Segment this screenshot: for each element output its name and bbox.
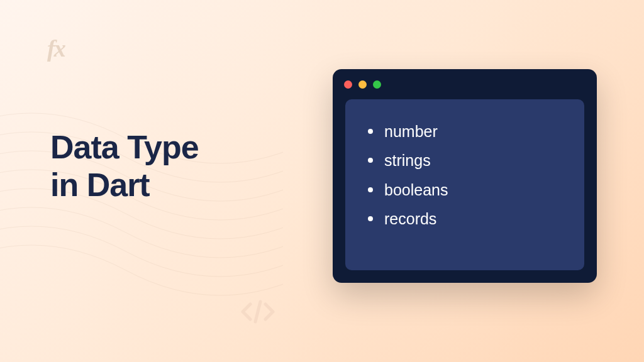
close-dot-icon <box>344 80 352 89</box>
page-title: Data Type in Dart <box>50 129 199 204</box>
maximize-dot-icon <box>373 80 381 89</box>
fx-logo: fx <box>47 35 65 62</box>
list-item: strings <box>368 146 562 175</box>
list-item: booleans <box>368 175 562 204</box>
title-line-1: Data Type <box>50 129 199 165</box>
window-titlebar <box>333 69 597 99</box>
code-slash-icon <box>239 299 277 324</box>
data-type-list: number strings booleans records <box>368 117 562 233</box>
list-item: number <box>368 117 562 146</box>
code-window: number strings booleans records <box>333 69 597 283</box>
list-item: records <box>368 204 562 233</box>
content-panel: number strings booleans records <box>345 99 584 270</box>
title-line-2: in Dart <box>50 167 150 203</box>
minimize-dot-icon <box>358 80 367 89</box>
